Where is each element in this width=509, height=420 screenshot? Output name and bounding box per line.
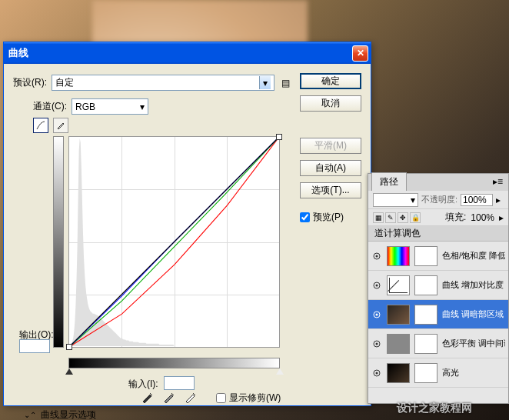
layer-thumbnail — [387, 275, 410, 295]
group-name: 道计算调色 — [374, 227, 421, 240]
white-eyedropper-icon[interactable] — [184, 390, 198, 404]
blend-opacity-row: ▾ 不透明度: 100% ▸ — [368, 191, 508, 209]
disclosure-label: 曲线显示选项 — [41, 408, 96, 420]
svg-point-1 — [376, 255, 378, 257]
svg-point-9 — [376, 372, 378, 374]
layer-name: 高光 — [442, 367, 505, 378]
output-input[interactable] — [19, 339, 50, 353]
layer-item[interactable]: 色彩平衡 调中间调 — [368, 329, 508, 358]
layer-mask-thumbnail — [414, 334, 437, 354]
preset-label: 预设(R): — [13, 76, 47, 89]
preset-value: 自定 — [55, 76, 74, 89]
input-input[interactable] — [164, 376, 195, 390]
lock-fill-row: ▦ ✎ ✥ 🔒 填充: 100% ▸ — [368, 209, 508, 226]
layer-thumbnail — [387, 334, 410, 354]
close-icon: ✕ — [357, 48, 364, 58]
layer-mask-thumbnail — [414, 246, 437, 266]
chevron-down-icon: ▾ — [259, 76, 271, 89]
chevron-down-icon: ▾ — [411, 195, 415, 205]
curves-dialog: 曲线 ✕ 预设(R): 自定 ▾ ▤ 通道(C): RGB ▾ — [3, 42, 371, 406]
opacity-input[interactable]: 100% — [461, 194, 493, 206]
white-point-slider[interactable] — [276, 368, 284, 375]
visibility-icon[interactable] — [371, 309, 382, 320]
black-point-slider[interactable] — [65, 368, 73, 375]
blend-mode-select[interactable]: ▾ — [373, 193, 418, 207]
smooth-button[interactable]: 平滑(M) — [300, 138, 361, 154]
show-clipping-label: 显示修剪(W) — [229, 392, 281, 405]
visibility-icon[interactable] — [371, 338, 382, 349]
fill-label: 填充: — [445, 211, 466, 224]
pencil-tool-button[interactable] — [53, 118, 68, 133]
layer-item[interactable]: 高光 — [368, 358, 508, 388]
fill-slider-icon[interactable]: ▸ — [499, 212, 504, 223]
tab-paths[interactable]: 路径 — [371, 172, 407, 191]
svg-point-3 — [376, 284, 378, 286]
preset-menu-icon[interactable]: ▤ — [279, 77, 291, 89]
layer-name: 色彩平衡 调中间调 — [442, 338, 505, 349]
layers-panel: 路径 ▸≡ ▾ 不透明度: 100% ▸ ▦ ✎ ✥ 🔒 填充: 100% ▸ … — [368, 173, 509, 404]
visibility-icon[interactable] — [371, 280, 382, 291]
chevron-icon: ⌄⌃ — [24, 411, 36, 419]
histogram — [70, 138, 175, 346]
layer-group-header[interactable]: 道计算调色 — [368, 226, 508, 242]
preview-checkbox[interactable]: 预览(P) — [300, 211, 361, 224]
close-button[interactable]: ✕ — [352, 45, 368, 62]
channel-label: 通道(C): — [33, 100, 67, 113]
layer-mask-thumbnail — [414, 305, 437, 325]
output-gradient — [53, 136, 64, 348]
preset-select[interactable]: 自定 ▾ — [52, 75, 274, 91]
curve-display-options[interactable]: ⌄⌃ 曲线显示选项 — [24, 408, 96, 420]
preview-label: 预览(P) — [313, 211, 344, 224]
layer-item[interactable]: 色相/饱和度 降低 — [368, 242, 508, 271]
layer-thumbnail — [387, 305, 410, 325]
channel-select[interactable]: RGB ▾ — [72, 98, 148, 115]
options-button[interactable]: 选项(T)... — [300, 182, 361, 198]
chevron-down-icon: ▾ — [140, 102, 145, 112]
checkbox[interactable] — [300, 212, 310, 222]
titlebar[interactable]: 曲线 ✕ — [4, 42, 371, 64]
layer-mask-thumbnail — [414, 363, 437, 383]
opacity-label: 不透明度: — [421, 194, 457, 205]
svg-point-5 — [376, 313, 378, 315]
visibility-icon[interactable] — [371, 251, 382, 262]
channel-value: RGB — [75, 102, 95, 112]
curves-graph[interactable] — [68, 136, 280, 348]
layer-item[interactable]: 曲线 增加对比度 — [368, 271, 508, 300]
panel-menu-icon[interactable]: ▸≡ — [493, 176, 505, 187]
auto-button[interactable]: 自动(A) — [300, 160, 361, 176]
visibility-icon[interactable] — [371, 368, 382, 378]
checkbox[interactable] — [216, 393, 226, 403]
show-clipping-checkbox[interactable]: 显示修剪(W) — [216, 392, 281, 405]
layer-thumbnail — [387, 246, 410, 266]
lock-position-icon[interactable]: ✥ — [398, 212, 408, 223]
curve-tool-button[interactable] — [33, 118, 48, 133]
fill-input[interactable]: 100% — [471, 212, 494, 223]
layer-name: 曲线 增加对比度 — [442, 279, 505, 291]
lock-all-icon[interactable]: 🔒 — [410, 212, 421, 223]
curve-point[interactable] — [276, 134, 282, 140]
curve-point[interactable] — [66, 344, 72, 350]
gray-eyedropper-icon[interactable] — [162, 390, 176, 404]
panel-tabs: 路径 ▸≡ — [368, 174, 508, 191]
cancel-button[interactable]: 取消 — [300, 95, 361, 112]
ok-button[interactable]: 确定 — [300, 73, 361, 89]
opacity-slider-icon[interactable]: ▸ — [496, 195, 504, 205]
layer-thumbnail — [387, 363, 410, 383]
lock-paint-icon[interactable]: ✎ — [385, 212, 396, 223]
dialog-title: 曲线 — [8, 46, 352, 60]
svg-point-7 — [376, 342, 378, 345]
layer-name: 曲线 调暗部区域 — [442, 308, 505, 320]
watermark: 设计之家教程网 — [397, 402, 472, 415]
lock-transparency-icon[interactable]: ▦ — [373, 212, 384, 223]
layer-name: 色相/饱和度 降低 — [442, 250, 505, 262]
layer-item[interactable]: 曲线 调暗部区域 — [368, 300, 508, 329]
input-gradient — [68, 358, 280, 368]
layer-mask-thumbnail — [414, 275, 437, 295]
black-eyedropper-icon[interactable] — [141, 390, 155, 404]
input-label: 输入(I): — [128, 378, 158, 391]
